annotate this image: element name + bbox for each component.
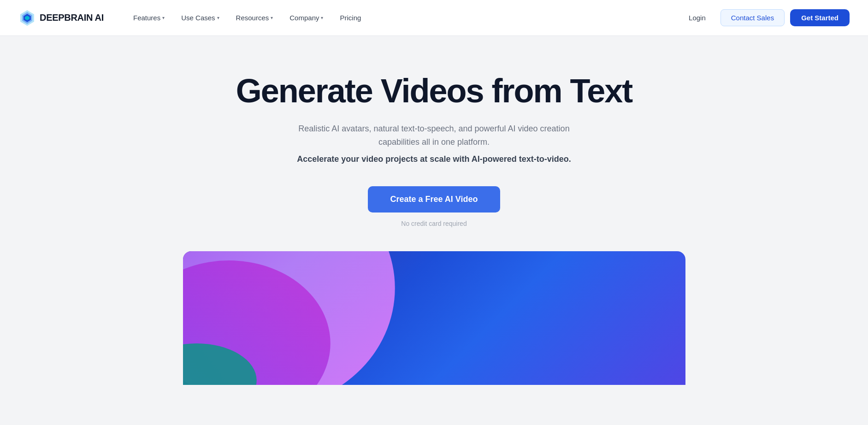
hero-subtitle: Realistic AI avatars, natural text-to-sp… — [278, 122, 591, 149]
blob-decoration — [183, 251, 460, 385]
hero-section: Generate Videos from Text Realistic AI a… — [0, 36, 868, 385]
contact-sales-button[interactable]: Contact Sales — [720, 9, 785, 26]
navbar-actions: Login Contact Sales Get Started — [679, 9, 850, 26]
nav-use-cases[interactable]: Use Cases ▾ — [174, 10, 226, 25]
navbar: DEEPBRAIN AI Features ▾ Use Cases ▾ Reso… — [0, 0, 868, 36]
nav-company[interactable]: Company ▾ — [282, 10, 331, 25]
logo-text: DEEPBRAIN AI — [40, 12, 104, 23]
hero-note: No credit card required — [401, 220, 466, 227]
main-nav: Features ▾ Use Cases ▾ Resources ▾ Compa… — [126, 10, 679, 25]
login-button[interactable]: Login — [679, 10, 715, 26]
hero-subtitle-bold: Accelerate your video projects at scale … — [297, 153, 571, 166]
nav-resources[interactable]: Resources ▾ — [229, 10, 281, 25]
nav-pricing[interactable]: Pricing — [332, 10, 368, 25]
video-preview — [183, 251, 685, 385]
get-started-button[interactable]: Get Started — [790, 9, 850, 26]
resources-chevron-icon: ▾ — [271, 15, 273, 20]
hero-title: Generate Videos from Text — [236, 73, 632, 109]
use-cases-chevron-icon: ▾ — [217, 15, 219, 20]
deepbrain-logo-icon — [18, 9, 36, 27]
create-video-button[interactable]: Create a Free AI Video — [368, 186, 500, 212]
features-chevron-icon: ▾ — [162, 15, 165, 20]
company-chevron-icon: ▾ — [321, 15, 323, 20]
logo-link[interactable]: DEEPBRAIN AI — [18, 9, 104, 27]
nav-features[interactable]: Features ▾ — [126, 10, 172, 25]
